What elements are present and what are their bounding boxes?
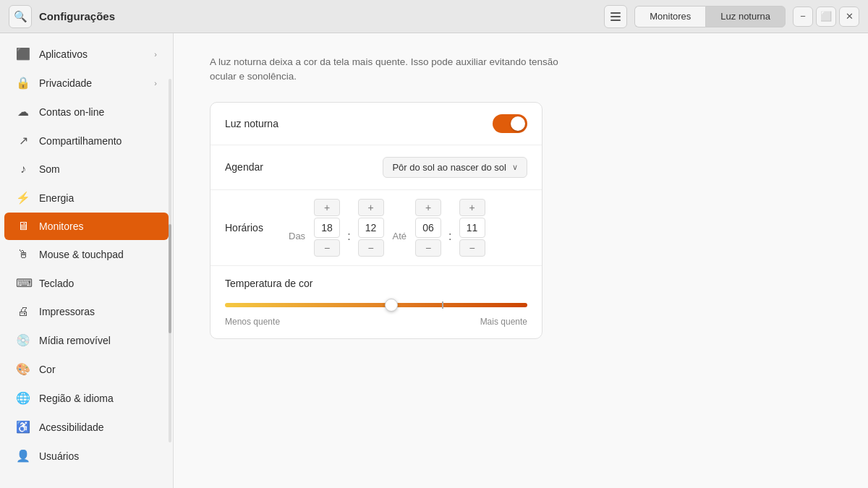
- to-hour-value[interactable]: 06: [415, 218, 441, 238]
- window-controls: − ⬜ ✕: [793, 7, 859, 27]
- sidebar-label-regiao: Região & idioma: [39, 393, 114, 404]
- from-minute-spinbox: + 12 −: [358, 199, 384, 257]
- horarios-row: Horários Das + 18 − : + 12 − Até: [210, 190, 542, 266]
- more-hot-label: Mais quente: [480, 317, 527, 327]
- to-hour-minus[interactable]: −: [415, 239, 441, 257]
- color-icon: 🎨: [16, 362, 30, 376]
- sidebar-label-privacidade: Privacidade: [39, 77, 92, 89]
- from-minute-minus[interactable]: −: [358, 239, 384, 257]
- sidebar-label-som: Som: [39, 163, 60, 175]
- sidebar-item-impressoras[interactable]: 🖨 Impressoras: [4, 298, 169, 325]
- hamburger-line: [610, 16, 621, 17]
- night-light-label: Luz noturna: [225, 118, 326, 129]
- tab-luz-noturna[interactable]: Luz noturna: [705, 6, 786, 27]
- from-hour-spinbox: + 18 −: [314, 199, 340, 257]
- user-icon: 👤: [16, 449, 30, 463]
- to-hour-plus[interactable]: +: [415, 199, 441, 216]
- time-colon-1: :: [346, 230, 352, 243]
- window-title: Configurações: [39, 10, 597, 22]
- less-hot-label: Menos quente: [225, 317, 280, 327]
- sidebar-label-compartilhamento: Compartilhamento: [39, 135, 122, 147]
- chevron-icon: ›: [154, 79, 157, 87]
- sidebar-item-mouse[interactable]: 🖱 Mouse & touchpad: [4, 241, 169, 268]
- from-minute-value[interactable]: 12: [358, 218, 384, 238]
- hamburger-line: [610, 12, 621, 14]
- power-icon: ⚡: [16, 191, 30, 205]
- temp-label-row: Temperatura de cor: [225, 278, 527, 289]
- sidebar-item-som[interactable]: ♪ Som: [4, 155, 169, 183]
- sidebar-item-privacidade[interactable]: 🔒 Privacidade ›: [4, 69, 169, 97]
- from-hour-plus[interactable]: +: [314, 199, 340, 216]
- night-light-toggle[interactable]: [493, 114, 527, 133]
- main-layout: ⬛ Aplicativos › 🔒 Privacidade › ☁ Contas…: [0, 33, 868, 488]
- sidebar-item-compartilhamento[interactable]: ↗ Compartilhamento: [4, 127, 169, 155]
- apps-icon: ⬛: [16, 47, 30, 61]
- sidebar-item-aplicativos[interactable]: ⬛ Aplicativos ›: [4, 40, 169, 68]
- to-minute-minus[interactable]: −: [459, 239, 485, 257]
- sidebar-label-contas: Contas on-line: [39, 106, 104, 118]
- schedule-row: Agendar Pôr do sol ao nascer do sol ∨: [210, 145, 542, 190]
- scrollbar-track[interactable]: [169, 79, 171, 442]
- sidebar-item-regiao[interactable]: 🌐 Região & idioma: [4, 384, 169, 412]
- sidebar-item-usuarios[interactable]: 👤 Usuários: [4, 442, 169, 470]
- temperature-label: Temperatura de cor: [225, 278, 312, 289]
- schedule-dropdown[interactable]: Pôr do sol ao nascer do sol ∨: [383, 157, 527, 178]
- toggle-thumb: [511, 116, 525, 131]
- sidebar-label-acessibilidade: Acessibilidade: [39, 421, 104, 433]
- sidebar-label-usuarios: Usuários: [39, 450, 79, 462]
- maximize-button[interactable]: ⬜: [816, 7, 836, 27]
- to-hour-spinbox: + 06 −: [415, 199, 441, 257]
- sound-icon: ♪: [16, 163, 30, 176]
- chevron-icon: ›: [154, 50, 157, 59]
- sidebar-item-acessibilidade[interactable]: ♿ Acessibilidade: [4, 413, 169, 441]
- sidebar-item-teclado[interactable]: ⌨ Teclado: [4, 269, 169, 297]
- to-minute-value[interactable]: 11: [459, 218, 485, 238]
- temperature-slider[interactable]: [225, 298, 527, 312]
- from-hour-value[interactable]: 18: [314, 218, 340, 238]
- share-icon: ↗: [16, 134, 30, 147]
- slider-track: [225, 303, 527, 307]
- lock-icon: 🔒: [16, 76, 30, 90]
- sidebar-item-cor[interactable]: 🎨 Cor: [4, 355, 169, 383]
- sidebar-item-contas[interactable]: ☁ Contas on-line: [4, 98, 169, 126]
- content-area: A luz noturna deixa a cor da tela mais q…: [174, 33, 868, 488]
- cloud-icon: ☁: [16, 105, 30, 119]
- media-icon: 💿: [16, 333, 30, 347]
- search-button[interactable]: 🔍: [9, 5, 32, 28]
- to-minute-plus[interactable]: +: [459, 199, 485, 216]
- slider-tick: [442, 301, 443, 309]
- temperature-row: Temperatura de cor Menos quente Mais que…: [210, 266, 542, 338]
- slider-labels: Menos quente Mais quente: [225, 317, 527, 327]
- monitor-icon: 🖥: [16, 220, 30, 233]
- hamburger-button[interactable]: [604, 5, 627, 28]
- globe-icon: 🌐: [16, 391, 30, 405]
- horarios-label: Horários: [225, 222, 283, 234]
- accessibility-icon: ♿: [16, 420, 30, 434]
- time-colon-2: :: [447, 230, 453, 243]
- keyboard-icon: ⌨: [16, 276, 30, 290]
- das-label: Das: [289, 231, 305, 241]
- sidebar-label-mouse: Mouse & touchpad: [39, 249, 124, 260]
- sidebar-item-midia[interactable]: 💿 Mídia removível: [4, 326, 169, 354]
- sidebar-label-aplicativos: Aplicativos: [39, 48, 88, 60]
- sidebar-item-monitores[interactable]: 🖥 Monitores: [4, 213, 169, 240]
- printer-icon: 🖨: [16, 305, 30, 318]
- minimize-button[interactable]: −: [793, 7, 813, 27]
- sidebar-label-midia: Mídia removível: [39, 335, 111, 346]
- sidebar-label-monitores: Monitores: [39, 221, 83, 232]
- tab-monitores[interactable]: Monitores: [634, 6, 705, 27]
- titlebar: 🔍 Configurações Monitores Luz noturna − …: [0, 0, 868, 33]
- settings-card: Luz noturna Agendar Pôr do sol ao nascer…: [210, 102, 542, 339]
- description-text: A luz noturna deixa a cor da tela mais q…: [210, 55, 586, 85]
- slider-thumb[interactable]: [385, 299, 398, 312]
- from-minute-plus[interactable]: +: [358, 199, 384, 216]
- sidebar-label-energia: Energia: [39, 192, 74, 204]
- sidebar-item-energia[interactable]: ⚡ Energia: [4, 184, 169, 212]
- night-light-row: Luz noturna: [210, 103, 542, 145]
- hamburger-line: [610, 20, 621, 21]
- close-button[interactable]: ✕: [839, 7, 859, 27]
- scrollbar-thumb[interactable]: [169, 224, 171, 333]
- from-hour-minus[interactable]: −: [314, 239, 340, 257]
- schedule-value: Pôr do sol ao nascer do sol: [392, 162, 506, 173]
- ate-label: Até: [393, 231, 407, 241]
